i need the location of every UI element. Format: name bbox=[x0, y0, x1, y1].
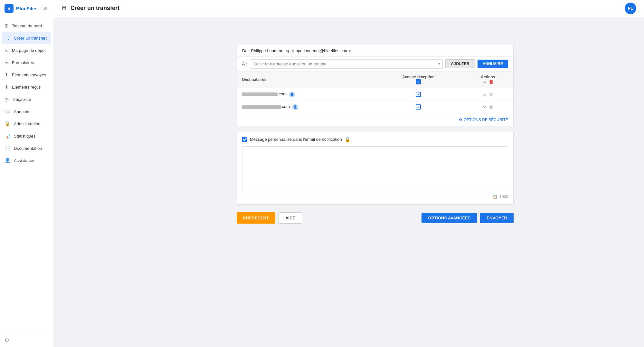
logo-text: BlueFiles bbox=[16, 6, 38, 11]
contact-icon: 👤 bbox=[292, 104, 298, 110]
sidebar-nav: ⊞Tableau de bord⇧Créer un transfert⊡Ma p… bbox=[0, 17, 53, 333]
logo-version: 4.28 bbox=[41, 7, 47, 10]
avatar[interactable]: PL bbox=[625, 3, 636, 14]
accuse-cell-0 bbox=[374, 88, 463, 101]
tableau-de-bord-icon: ⊞ bbox=[5, 23, 9, 29]
add-button[interactable]: AJOUTER bbox=[445, 59, 475, 68]
administration-icon: 🔒 bbox=[5, 121, 11, 127]
redacted-email bbox=[242, 92, 278, 96]
envoyer-button[interactable]: ENVOYER bbox=[480, 213, 514, 223]
lock-emoji-icon: 🔒 bbox=[345, 137, 351, 142]
sidebar-item-label: Administration bbox=[14, 121, 40, 126]
sidebar-item-label: Éléments envoyés bbox=[12, 72, 46, 77]
header-delete-icon: 🗑 bbox=[489, 79, 493, 84]
ma-page-de-depot-icon: ⊡ bbox=[5, 47, 9, 53]
sidebar-item-formulaires[interactable]: ☰Formulaires bbox=[0, 56, 53, 69]
from-row: De : Philippe Loudenot <philippe.loudeno… bbox=[237, 45, 513, 57]
sidebar-item-tracabilite[interactable]: ◷Traçabilité bbox=[0, 93, 53, 105]
elements-envoyes-icon: ⬆ bbox=[5, 72, 9, 78]
sidebar-item-label: Éléments reçus bbox=[12, 85, 41, 90]
sidebar-item-elements-envoyes[interactable]: ⬆Éléments envoyés bbox=[0, 69, 53, 81]
to-row: À : ▾ AJOUTER ANNUAIRE bbox=[237, 57, 513, 72]
sidebar-item-label: Ma page de dépôt bbox=[12, 48, 46, 53]
tracabilite-icon: ◷ bbox=[5, 96, 9, 102]
logo-icon: B bbox=[5, 4, 14, 13]
header-checkbox[interactable]: ✓ bbox=[416, 79, 421, 84]
sidebar-item-label: Annuaire bbox=[14, 109, 31, 114]
gear-icon[interactable]: ⚙ bbox=[5, 337, 9, 343]
documentation-icon: 📄 bbox=[5, 145, 11, 151]
aide-button[interactable]: AIDE bbox=[279, 212, 302, 224]
content-area: De : Philippe Loudenot <philippe.loudeno… bbox=[237, 45, 514, 224]
table-row: .com 👤∞🗑 bbox=[237, 101, 513, 113]
sidebar-item-annuaire[interactable]: 📖Annuaire bbox=[0, 105, 53, 118]
redacted-email bbox=[242, 105, 281, 109]
accuse-cell-1 bbox=[374, 101, 463, 113]
link-icon-1[interactable]: ∞ bbox=[483, 104, 486, 110]
sidebar-bottom: ⚙ bbox=[0, 333, 53, 347]
sidebar-item-documentation[interactable]: 📄Documentation bbox=[0, 142, 53, 154]
precedent-button[interactable]: PRÉCÉDENT bbox=[237, 212, 275, 224]
recipients-table: Destinataires Accusé-réception ✓ Actions… bbox=[237, 72, 513, 113]
options-avancees-button[interactable]: OPTIONS AVANCÉES bbox=[421, 213, 477, 223]
logo: B BlueFiles 4.28 bbox=[0, 0, 53, 17]
actions-cell-0: ∞🗑 bbox=[463, 88, 513, 101]
recipients-card: De : Philippe Loudenot <philippe.loudeno… bbox=[237, 45, 514, 126]
char-count-row: 📋 1000 bbox=[242, 195, 508, 199]
domain: .com bbox=[278, 92, 287, 96]
formulaires-icon: ☰ bbox=[5, 60, 9, 65]
delete-icon-0[interactable]: 🗑 bbox=[489, 92, 493, 97]
security-options-row: ⚙ OPTIONS DE SÉCURITÉ bbox=[237, 113, 513, 126]
recipient-email-0: .com 👤 bbox=[237, 88, 374, 101]
col-accuse: Accusé-réception ✓ bbox=[374, 72, 463, 88]
table-row: .com 👤∞🗑 bbox=[237, 88, 513, 101]
sidebar-item-label: Tableau de bord bbox=[12, 24, 42, 28]
from-label: De : bbox=[242, 48, 250, 53]
sidebar-item-tableau-de-bord[interactable]: ⊞Tableau de bord bbox=[0, 20, 53, 32]
col-destinataires: Destinataires bbox=[237, 72, 374, 88]
to-input[interactable] bbox=[250, 59, 443, 69]
message-textarea[interactable] bbox=[242, 146, 508, 191]
message-label: Message personnalisé dans l'email de not… bbox=[250, 137, 342, 142]
to-input-wrap: ▾ bbox=[250, 59, 443, 69]
from-value: Philippe Loudenot <philippe.loudenot@blu… bbox=[251, 48, 351, 53]
link-icon-0[interactable]: ∞ bbox=[483, 92, 486, 97]
sidebar-item-ma-page-de-depot[interactable]: ⊡Ma page de dépôt bbox=[0, 44, 53, 56]
accuse-checkbox-0[interactable] bbox=[416, 92, 421, 97]
recipient-email-1: .com 👤 bbox=[237, 101, 374, 113]
domain: .com bbox=[281, 104, 290, 109]
security-options-link[interactable]: ⚙ OPTIONS DE SÉCURITÉ bbox=[459, 118, 508, 122]
sidebar-item-elements-recus[interactable]: ⬇Éléments reçus bbox=[0, 81, 53, 93]
footer-right: OPTIONS AVANCÉES ENVOYER bbox=[421, 213, 514, 223]
sidebar-item-label: Assistance bbox=[14, 158, 34, 163]
message-label-row: Message personnalisé dans l'email de not… bbox=[242, 137, 508, 142]
accuse-checkbox-1[interactable] bbox=[416, 104, 421, 110]
sidebar-item-label: Traçabilité bbox=[12, 97, 31, 102]
statistiques-icon: 📊 bbox=[5, 133, 11, 139]
to-label: À : bbox=[242, 62, 247, 66]
actions-cell-1: ∞🗑 bbox=[463, 101, 513, 113]
char-count: 1000 bbox=[499, 195, 508, 199]
sidebar-item-administration[interactable]: 🔒Administration bbox=[0, 118, 53, 130]
message-card: Message personnalisé dans l'email de not… bbox=[237, 131, 514, 205]
topbar-icon: 🖥 bbox=[61, 5, 67, 12]
sidebar-item-label: Créer un transfert bbox=[14, 36, 47, 41]
col-actions: Actions ∞ 🗑 bbox=[463, 72, 513, 88]
sidebar-item-label: Documentation bbox=[14, 146, 42, 151]
copy-icon: 📋 bbox=[493, 195, 497, 199]
sidebar-item-statistiques[interactable]: 📊Statistiques bbox=[0, 130, 53, 142]
main-content: De : Philippe Loudenot <philippe.loudeno… bbox=[106, 35, 644, 347]
delete-icon-1[interactable]: 🗑 bbox=[489, 104, 493, 110]
assistance-icon: 👤 bbox=[5, 158, 11, 163]
header-link-icon: ∞ bbox=[483, 79, 486, 85]
sidebar-item-creer-un-transfert[interactable]: ⇧Créer un transfert bbox=[2, 32, 51, 44]
footer-buttons: PRÉCÉDENT AIDE OPTIONS AVANCÉES ENVOYER bbox=[237, 210, 514, 224]
message-checkbox[interactable] bbox=[242, 137, 247, 142]
sidebar-item-assistance[interactable]: 👤Assistance bbox=[0, 154, 53, 167]
sidebar-item-label: Formulaires bbox=[12, 60, 34, 65]
page-title: Créer un transfert bbox=[71, 5, 119, 12]
annuaire-button[interactable]: ANNUAIRE bbox=[478, 60, 508, 68]
gear-security-icon: ⚙ bbox=[459, 118, 462, 122]
elements-recus-icon: ⬇ bbox=[5, 84, 9, 90]
topbar: 🖥 Créer un transfert PL bbox=[53, 0, 644, 17]
